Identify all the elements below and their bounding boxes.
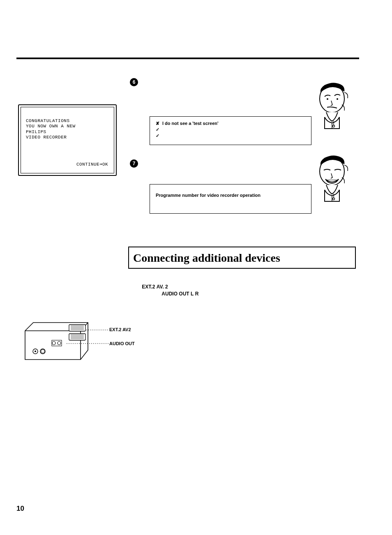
- step-6-marker: 6: [130, 78, 138, 86]
- callout-row: ✓: [156, 133, 305, 138]
- manual-page: CONGRATULATIONS YOU NOW OWN A NEW PHILIP…: [0, 0, 392, 535]
- top-rule: [16, 58, 359, 59]
- page-number: 10: [16, 505, 24, 513]
- step-badge-7: 7: [130, 159, 138, 168]
- troubleshoot-callout-no-test-screen: ✘ I do not see a 'test screen' ✓ ✓: [150, 116, 311, 145]
- svg-rect-11: [69, 334, 85, 340]
- callout-title: I do not see a 'test screen': [162, 121, 219, 126]
- check-icon: ✓: [156, 133, 160, 138]
- label-ext2: EXT.2: [142, 284, 155, 290]
- svg-point-1: [327, 98, 328, 100]
- step-badge-6: 6: [130, 78, 138, 86]
- check-icon: ✓: [156, 127, 160, 132]
- confused-face-illustration: [312, 80, 353, 129]
- diagram-label-ext2av2: EXT.2 AV2: [109, 327, 131, 332]
- connection-description: xxxxx EXT.2 AV. 2 xxxxxxxxxxxxx AUDIO OU…: [128, 284, 356, 297]
- callout-title: Programme number for video recorder oper…: [156, 193, 261, 198]
- callout-row: ✓: [156, 127, 305, 132]
- vcr-panel-icon: [23, 321, 118, 370]
- label-audio-out: AUDIO OUT: [161, 291, 189, 297]
- label-r: R: [195, 291, 199, 297]
- svg-point-18: [52, 341, 55, 345]
- tv-line-4: VIDEO RECORDER: [26, 135, 67, 140]
- tv-screen-mockup: CONGRATULATIONS YOU NOW OWN A NEW PHILIP…: [18, 104, 117, 176]
- label-l: L: [191, 291, 194, 297]
- svg-rect-6: [69, 325, 85, 331]
- svg-point-22: [35, 351, 36, 352]
- info-callout-programme-number: Programme number for video recorder oper…: [150, 184, 311, 214]
- tv-line-1: CONGRATULATIONS: [26, 118, 70, 123]
- vcr-rear-panel-diagram: EXT.2 AV2 AUDIO OUT: [23, 321, 118, 370]
- tv-line-2: YOU NOW OWN A NEW: [26, 124, 76, 129]
- face-happy-icon: [312, 153, 353, 202]
- tv-bezel: CONGRATULATIONS YOU NOW OWN A NEW PHILIP…: [18, 104, 117, 176]
- diagram-label-audio-out: AUDIO OUT: [109, 341, 135, 346]
- callout-row: ✘ I do not see a 'test screen': [156, 121, 305, 126]
- svg-point-19: [58, 341, 61, 345]
- svg-point-2: [337, 98, 338, 100]
- label-av2: AV. 2: [157, 284, 168, 290]
- tv-line-3: PHILIPS: [26, 129, 46, 134]
- section-title: Connecting additional devices: [133, 251, 351, 265]
- tv-display: CONGRATULATIONS YOU NOW OWN A NEW PHILIP…: [21, 107, 114, 173]
- step-7-marker: 7: [130, 159, 138, 168]
- cross-icon: ✘: [156, 121, 160, 126]
- section-heading-box: Connecting additional devices: [128, 247, 356, 269]
- smiling-face-illustration: [312, 153, 353, 202]
- tv-continue-prompt: CONTINUE➔OK: [76, 162, 108, 167]
- face-confused-icon: [312, 80, 353, 129]
